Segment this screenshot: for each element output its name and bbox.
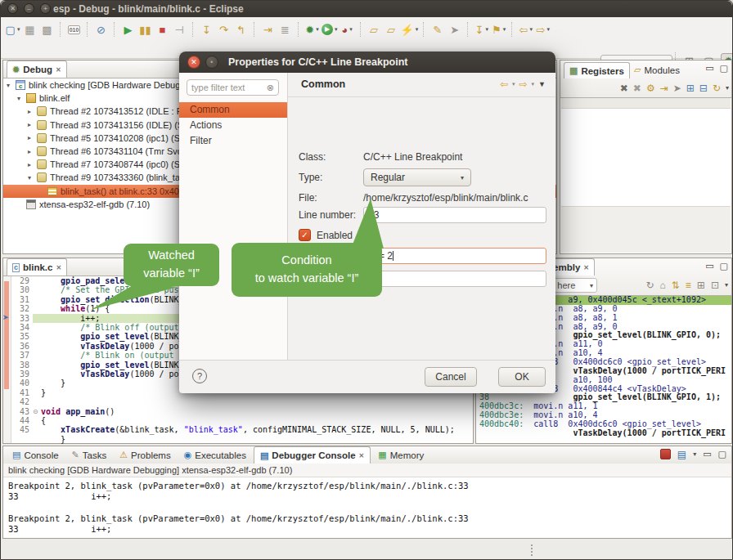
track-source-icon[interactable]: ≡ xyxy=(686,280,691,290)
expander-icon[interactable]: ▸ xyxy=(28,161,37,168)
dialog-menu-icon[interactable]: ▪ xyxy=(205,56,218,69)
close-icon[interactable] xyxy=(583,264,589,271)
enabled-checkbox[interactable] xyxy=(299,229,311,241)
cancel-button[interactable]: Cancel xyxy=(425,367,477,387)
chevron-down-icon[interactable]: ▾ xyxy=(532,81,535,87)
dialog-close-icon[interactable]: ✕ xyxy=(187,56,200,69)
new-wizard-button[interactable]: ▢▾ xyxy=(4,20,21,38)
minimize-view-icon[interactable]: ▭ xyxy=(705,63,713,74)
step-return-button[interactable]: ↰ xyxy=(232,20,250,38)
step-into-button[interactable]: ↧ xyxy=(198,20,215,38)
forward-arrow-icon[interactable]: ⇨ xyxy=(519,78,528,90)
add-icon[interactable]: ⊞ xyxy=(686,83,695,93)
tab-console[interactable]: Console xyxy=(7,447,65,464)
home-icon[interactable]: ⌂ xyxy=(660,280,666,290)
dialog-section-actions[interactable]: Actions xyxy=(179,118,287,133)
instruction-stepping-button[interactable]: ⇥ xyxy=(259,20,277,38)
ignore-count-field[interactable] xyxy=(363,271,546,287)
expander-icon[interactable]: ▾ xyxy=(17,95,26,102)
chevron-down-icon[interactable]: ▾ xyxy=(349,26,353,33)
dialog-section-common[interactable]: Common xyxy=(179,102,287,118)
refresh-icon[interactable]: ↻ xyxy=(645,280,654,290)
next-annotation-button[interactable]: ↧▾ xyxy=(473,20,490,38)
chevron-down-icon[interactable]: ▾ xyxy=(512,81,515,87)
view-menu-icon[interactable]: ▾ xyxy=(726,85,729,92)
disconnect-button[interactable]: ⊣ xyxy=(171,20,188,38)
expander-icon[interactable]: ▸ xyxy=(28,134,37,141)
tab-executables[interactable]: Executables xyxy=(178,447,252,464)
previous-annotation-button[interactable]: ⚑▾ xyxy=(490,20,507,38)
remove-selected-icon[interactable]: ⊟ xyxy=(699,83,708,93)
close-icon[interactable] xyxy=(56,264,61,271)
terminate-button[interactable]: ■ xyxy=(154,20,171,38)
filter-input[interactable]: type filter text xyxy=(187,79,279,96)
close-icon[interactable] xyxy=(56,66,61,74)
chevron-down-icon[interactable]: ▾ xyxy=(546,26,550,33)
mark-occurrences-button[interactable]: ➤ xyxy=(446,20,463,38)
run-button[interactable]: ▶▾ xyxy=(321,20,339,38)
pin-icon[interactable]: ⊡ xyxy=(711,280,719,290)
chevron-down-icon[interactable]: ▾ xyxy=(485,26,488,33)
tab-debug[interactable]: ✹ Debug xyxy=(7,60,67,78)
type-dropdown[interactable]: Regular ▾ xyxy=(363,168,471,186)
expander-icon[interactable]: ▾ xyxy=(28,174,37,181)
tab-tasks[interactable]: Tasks xyxy=(66,447,113,464)
chevron-down-icon[interactable]: ▾ xyxy=(335,26,338,33)
debug-button[interactable]: ✹▾ xyxy=(304,20,321,38)
dialog-section-filter[interactable]: Filter xyxy=(179,133,287,149)
clear-filter-icon[interactable] xyxy=(267,83,274,93)
suspend-button[interactable]: ▮▮ xyxy=(137,20,154,38)
condition-field[interactable]: i == 2 xyxy=(363,248,546,264)
tab-modules[interactable]: ▱ Modules xyxy=(629,62,685,78)
maximize-view-icon[interactable]: ▢ xyxy=(720,63,728,74)
console-output[interactable]: Breakpoint 2, blink_task (pvParameter=0x… xyxy=(8,481,730,536)
forward-button[interactable]: ⇨▾ xyxy=(534,20,551,38)
ok-button[interactable]: OK xyxy=(498,367,546,387)
pointer-icon[interactable]: ➤ xyxy=(673,83,681,93)
display-console-icon[interactable]: ▤ xyxy=(677,450,686,459)
expander-icon[interactable]: ▸ xyxy=(28,108,37,115)
editor-annotation-ruler[interactable] xyxy=(3,276,11,443)
maximize-view-icon[interactable]: ▢ xyxy=(720,261,728,271)
resume-button[interactable]: ▶ xyxy=(119,20,137,38)
line-number-field[interactable] xyxy=(363,207,546,223)
chevron-down-icon[interactable]: ▾ xyxy=(693,450,696,458)
layout-icon[interactable]: ⚙ xyxy=(646,83,655,93)
help-icon[interactable]: ? xyxy=(192,369,207,383)
restore-icon[interactable]: ↻ xyxy=(713,83,721,93)
expander-icon[interactable]: ▸ xyxy=(28,121,37,128)
step-filters-button[interactable]: ≣ xyxy=(277,20,294,38)
minimize-view-icon[interactable]: ▭ xyxy=(705,261,713,271)
chevron-down-icon[interactable]: ▾ xyxy=(529,26,533,33)
close-icon[interactable] xyxy=(359,452,365,459)
chevron-down-icon[interactable]: ▾ xyxy=(316,26,319,33)
tab-debugger-console[interactable]: Debugger Console xyxy=(254,446,371,464)
step-over-button[interactable]: ↷ xyxy=(215,20,232,38)
tab-problems[interactable]: Problems xyxy=(114,447,176,464)
tab-registers[interactable]: ▦ Registers xyxy=(564,62,630,78)
fold-collapse-icon[interactable]: ⊝ xyxy=(33,408,38,415)
binary-format-button[interactable]: 010 xyxy=(65,20,83,38)
new-view-icon[interactable]: ⊞ xyxy=(697,280,705,290)
tab-blink-c[interactable]: c blink.c xyxy=(7,258,67,276)
profile-button[interactable]: ◕▾ xyxy=(339,20,356,38)
load-binary-button[interactable]: ▱ xyxy=(383,20,400,38)
chevron-down-icon[interactable]: ▾ xyxy=(17,26,20,33)
import-icon[interactable]: ⇥ xyxy=(660,83,668,93)
sash-handle[interactable] xyxy=(531,544,533,556)
sync-icon[interactable]: ⇅ xyxy=(672,280,680,290)
chevron-down-icon[interactable]: ▾ xyxy=(503,26,506,33)
window-minimize-icon[interactable]: – xyxy=(24,3,34,14)
back-arrow-icon[interactable]: ⇦ xyxy=(500,78,508,90)
remove-icon[interactable]: ✖ xyxy=(620,83,628,93)
save-button[interactable]: ▦ xyxy=(21,20,38,38)
back-button[interactable]: ⇦▾ xyxy=(517,20,534,38)
breakpoint-icon[interactable] xyxy=(2,313,11,321)
maximize-view-icon[interactable]: ▢ xyxy=(718,449,726,459)
window-maximize-icon[interactable]: + xyxy=(40,3,51,14)
view-menu-icon[interactable]: ▾ xyxy=(725,282,728,289)
terminate-icon[interactable] xyxy=(660,449,671,459)
tab-memory[interactable]: Memory xyxy=(372,447,429,464)
chevron-down-icon[interactable]: ▾ xyxy=(416,26,419,33)
remove-all-icon[interactable]: ✖ xyxy=(633,83,641,93)
